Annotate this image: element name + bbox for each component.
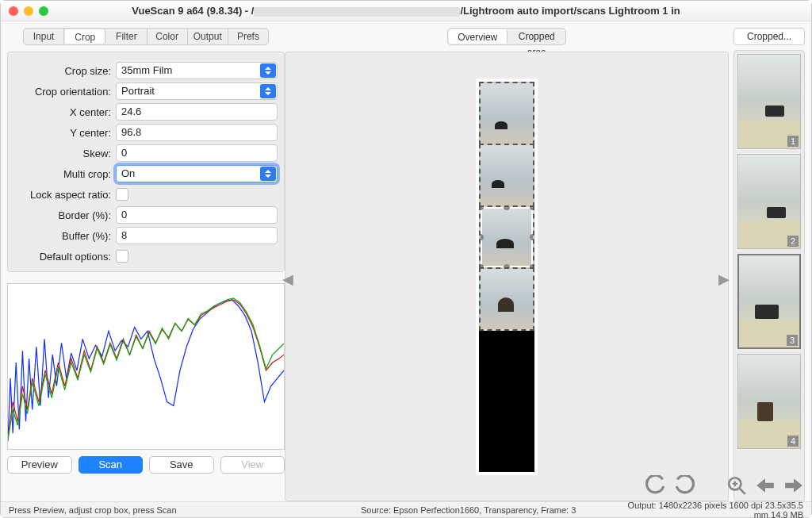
next-page-icon[interactable]: ▶ <box>718 271 731 283</box>
lock-aspect-checkbox[interactable] <box>116 188 128 201</box>
scan-button[interactable]: Scan <box>79 456 144 474</box>
y-center-label: Y center: <box>13 127 116 139</box>
default-options-label: Default options: <box>13 251 116 263</box>
status-output: Output: 1480x2236 pixels 1600 dpi 23.5x3… <box>619 501 803 519</box>
close-icon[interactable] <box>9 6 18 16</box>
redo-icon[interactable] <box>674 475 695 496</box>
scan-frame-1[interactable] <box>479 82 534 145</box>
crop-size-select[interactable]: 35mm Film <box>116 62 278 79</box>
crop-orientation-label: Crop orientation: <box>13 86 116 98</box>
tab-prefs[interactable]: Prefs <box>228 29 268 44</box>
preview-tabs: Overview Cropped area <box>447 28 566 45</box>
settings-tabs: Input Crop Filter Color Output Prefs <box>23 28 269 45</box>
minimize-icon[interactable] <box>24 6 33 16</box>
scan-frame-2[interactable] <box>479 144 534 207</box>
status-source: Source: Epson Perfection1660, Transparen… <box>361 505 619 515</box>
tab-cropped-thumbs[interactable]: Cropped... <box>733 28 805 45</box>
crop-orientation-select[interactable]: Portrait <box>116 82 278 100</box>
crop-form: Crop size: 35mm Film Crop orientation: P… <box>7 52 285 272</box>
svg-line-1 <box>739 488 745 494</box>
chevron-updown-icon <box>260 84 276 98</box>
window-title: VueScan 9 a64 (9.8.34) - //Lightroom aut… <box>7 5 805 17</box>
x-center-field[interactable]: 24.6 <box>116 103 278 121</box>
scan-frame-4[interactable] <box>479 267 534 331</box>
default-options-checkbox[interactable] <box>116 250 128 263</box>
tab-crop[interactable]: Crop <box>65 29 105 44</box>
skew-field[interactable]: 0 <box>116 144 278 162</box>
thumbnail-list: 1 2 3 4 <box>733 50 805 501</box>
zoom-tools <box>645 475 804 496</box>
x-center-label: X center: <box>13 106 116 118</box>
multi-crop-select[interactable]: On <box>116 165 278 182</box>
lock-aspect-label: Lock aspect ratio: <box>13 189 116 201</box>
y-center-field[interactable]: 96.8 <box>116 124 278 141</box>
status-hint: Press Preview, adjust crop box, press Sc… <box>9 505 177 515</box>
arrow-left-icon[interactable] <box>755 475 776 496</box>
skew-label: Skew: <box>13 148 116 159</box>
buffer-label: Buffer (%): <box>13 230 116 242</box>
multi-crop-label: Multi crop: <box>13 168 116 180</box>
scan-frame-empty <box>479 329 534 472</box>
undo-icon[interactable] <box>645 475 666 496</box>
tab-color[interactable]: Color <box>147 29 188 44</box>
tab-filter[interactable]: Filter <box>106 29 147 44</box>
chevron-updown-icon <box>260 167 276 181</box>
border-label: Border (%): <box>13 209 116 221</box>
thumbnail-2[interactable]: 2 <box>737 154 801 249</box>
filmstrip[interactable] <box>476 79 538 475</box>
crop-size-label: Crop size: <box>13 65 116 77</box>
tab-input[interactable]: Input <box>24 29 64 44</box>
maximize-icon[interactable] <box>39 6 48 16</box>
tab-output[interactable]: Output <box>188 29 228 44</box>
thumbnail-3[interactable]: 3 <box>737 254 801 349</box>
titlebar: VueScan 9 a64 (9.8.34) - //Lightroom aut… <box>1 1 811 21</box>
thumbnail-4[interactable]: 4 <box>737 354 801 449</box>
buffer-field[interactable]: 8 <box>116 227 278 244</box>
thumbnail-1[interactable]: 1 <box>737 54 801 149</box>
zoom-in-icon[interactable] <box>726 475 747 496</box>
histogram <box>7 283 285 450</box>
view-button: View <box>220 456 285 474</box>
save-button[interactable]: Save <box>149 456 214 474</box>
preview-button[interactable]: Preview <box>7 456 72 474</box>
tab-cropped-area[interactable]: Cropped area <box>508 29 566 44</box>
chevron-updown-icon <box>260 63 276 78</box>
preview-area[interactable]: ◀ ▶ <box>285 52 729 501</box>
scan-frame-3[interactable] <box>479 205 534 269</box>
prev-page-icon[interactable]: ◀ <box>282 271 295 283</box>
status-bar: Press Preview, adjust crop box, press Sc… <box>1 501 811 517</box>
arrow-right-icon[interactable] <box>783 475 804 496</box>
tab-overview[interactable]: Overview <box>449 29 508 44</box>
border-field[interactable]: 0 <box>116 206 278 224</box>
